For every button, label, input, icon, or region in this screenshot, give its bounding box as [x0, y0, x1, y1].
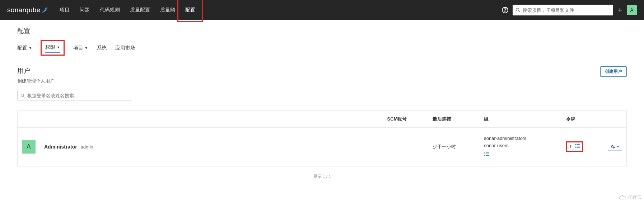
col-actions	[603, 111, 626, 128]
chevron-down-icon: ▼	[57, 46, 60, 49]
users-table-card: SCM账号 最后连接 组 令牌 A Administrator admin	[17, 111, 627, 166]
list-icon[interactable]	[484, 150, 489, 159]
global-search[interactable]	[513, 5, 613, 15]
subtab-projects[interactable]: 项目▼	[73, 40, 88, 56]
nav-administration[interactable]: 配置	[180, 0, 200, 20]
svg-rect-10	[575, 144, 576, 145]
group-item: sonar-users	[484, 142, 557, 149]
svg-line-3	[23, 96, 24, 97]
svg-line-1	[519, 11, 520, 12]
brand-text: sonarqube	[7, 6, 41, 14]
groups-cell: sonar-administrators sonar-users	[480, 128, 562, 166]
actions-cell: ▼	[603, 128, 626, 166]
user-name: Administrator	[44, 144, 77, 150]
chevron-down-icon: ▼	[85, 46, 88, 50]
svg-rect-11	[577, 144, 580, 145]
section-subtitle: 创建管理个人用户	[17, 78, 55, 84]
top-navigation: sonarqube 项目 问题 代码规则 质量配置 质量阈 配置 ? + A	[0, 0, 644, 20]
subtab-marketplace[interactable]: 应用市场	[115, 40, 135, 56]
svg-rect-5	[486, 152, 489, 152]
create-user-button[interactable]: 创建用户	[600, 66, 627, 77]
svg-point-2	[21, 94, 24, 97]
svg-rect-7	[486, 154, 489, 154]
table-footer: 显示 1 / 1	[17, 174, 627, 180]
svg-rect-12	[575, 146, 576, 146]
nav-quality-profiles[interactable]: 质量配置	[125, 0, 155, 20]
users-table: SCM账号 最后连接 组 令牌 A Administrator admin	[18, 111, 626, 166]
chevron-down-icon: ▼	[29, 46, 32, 50]
chevron-down-icon: ▼	[616, 145, 620, 149]
search-icon	[20, 93, 25, 98]
page-title: 配置	[17, 27, 627, 35]
user-filter-input[interactable]	[27, 93, 129, 98]
nav-issues[interactable]: 问题	[75, 0, 95, 20]
logo-wave-icon	[42, 7, 48, 14]
page-content: 配置 配置▼ 权限▼ 项目▼ 系统 应用市场 用户 创建管理个人用户 创建用户	[0, 20, 644, 186]
table-row: A Administrator admin 少于一小时 sonar-admini…	[18, 128, 626, 166]
filter-row	[17, 91, 627, 100]
subtab-system[interactable]: 系统	[97, 40, 107, 56]
subtab-label: 配置	[17, 45, 27, 51]
nav-rules[interactable]: 代码规则	[95, 0, 125, 20]
user-avatar[interactable]: A	[627, 5, 637, 15]
svg-rect-15	[577, 147, 580, 148]
svg-rect-8	[484, 155, 485, 156]
section-header: 用户 创建管理个人用户 创建用户	[17, 66, 627, 84]
token-count: 1	[569, 144, 572, 149]
nav-right: ? + A	[502, 5, 637, 15]
scm-cell	[383, 128, 429, 166]
subtab-permissions[interactable]: 权限▼	[45, 43, 60, 53]
col-tokens: 令牌	[562, 111, 603, 128]
subtab-label: 项目	[73, 45, 83, 51]
token-count-wrap[interactable]: 1	[566, 141, 583, 152]
help-icon[interactable]: ?	[502, 7, 508, 13]
create-icon[interactable]: +	[617, 5, 622, 15]
svg-rect-14	[575, 147, 576, 148]
user-cell: A Administrator admin	[22, 140, 379, 154]
subtab-label: 系统	[97, 45, 107, 51]
nav-quality-gates[interactable]: 质量阈	[155, 0, 180, 20]
svg-point-0	[516, 8, 519, 11]
user-row-avatar: A	[22, 140, 36, 154]
list-icon	[575, 144, 580, 149]
gear-icon	[610, 144, 615, 149]
lastconn-cell: 少于一小时	[428, 128, 480, 166]
nav-items: 项目 问题 代码规则 质量配置 质量阈 配置	[55, 0, 200, 20]
user-filter[interactable]	[17, 91, 132, 100]
subtab-label: 权限	[45, 44, 55, 51]
group-item: sonar-administrators	[484, 135, 557, 142]
svg-rect-6	[484, 154, 485, 154]
search-icon	[515, 8, 521, 13]
global-search-input[interactable]	[523, 8, 610, 13]
row-actions-button[interactable]: ▼	[608, 143, 622, 151]
col-scm: SCM账号	[383, 111, 429, 128]
col-user	[18, 111, 383, 128]
admin-sub-tabs: 配置▼ 权限▼ 项目▼ 系统 应用市场	[17, 40, 627, 56]
brand-logo[interactable]: sonarqube	[7, 6, 48, 14]
svg-rect-9	[486, 155, 489, 156]
tokens-cell: 1	[562, 128, 603, 166]
svg-rect-13	[577, 146, 580, 146]
section-title: 用户	[17, 66, 55, 75]
svg-rect-4	[484, 152, 485, 152]
col-groups: 组	[480, 111, 562, 128]
subtab-config[interactable]: 配置▼	[17, 40, 32, 56]
nav-projects[interactable]: 项目	[55, 0, 75, 20]
col-lastconn: 最后连接	[428, 111, 480, 128]
user-login: admin	[80, 144, 93, 150]
subtab-label: 应用市场	[115, 45, 135, 51]
